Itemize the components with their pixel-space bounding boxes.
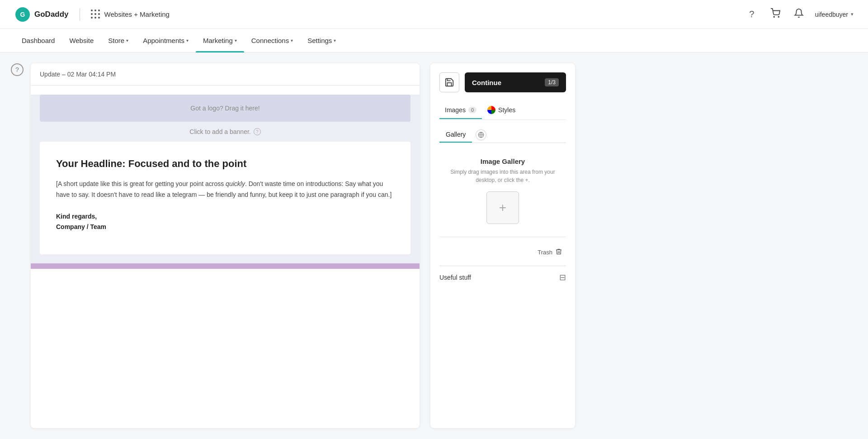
svg-point-2 [774,16,774,17]
nav-item-website[interactable]: Website [62,29,101,52]
cart-button[interactable] [768,7,783,22]
help-button[interactable]: ? [745,7,759,22]
email-body-text[interactable]: [A short update like this is great for g… [56,179,394,200]
svg-text:G: G [20,11,25,18]
nav-item-connections[interactable]: Connections ▾ [244,29,300,52]
context-help-circle[interactable]: ? [11,63,24,76]
appointments-chevron-icon: ▾ [186,38,189,43]
body-italic: quickly [226,180,245,187]
useful-stuff-section: Useful stuff ⊟ [439,266,566,282]
email-content-card[interactable]: Your Headline: Focused and to the point … [40,142,410,254]
email-editor-panel: Got a logo? Drag it here! Click to add a… [31,63,420,428]
user-chevron-icon: ▾ [851,11,854,17]
body-text-part1: [A short update like this is great for g… [56,180,226,187]
gallery-area: Image Gallery Simply drag images into th… [439,150,566,228]
nav-settings-label: Settings [307,37,332,44]
nav-item-store[interactable]: Store ▾ [101,29,136,52]
save-icon [444,77,454,87]
connections-chevron-icon: ▾ [291,38,293,43]
tab-styles[interactable]: Styles [482,101,521,119]
help-icon: ? [749,9,754,19]
top-header: G GoDaddy Websites + Marketing ? [0,0,868,29]
nav-item-appointments[interactable]: Appointments ▾ [136,29,196,52]
trash-label: Trash [538,249,552,256]
nav-connections-label: Connections [251,37,289,44]
images-badge: 0 [468,107,476,113]
styles-color-icon [487,106,495,114]
notifications-button[interactable] [792,7,806,22]
banner-area[interactable]: Click to add a banner. ? [31,122,420,142]
continue-button[interactable]: Continue 1/3 [465,72,566,92]
nav-item-settings[interactable]: Settings ▾ [300,29,343,52]
subject-input[interactable] [40,71,410,78]
gallery-subtitle: Simply drag images into this area from y… [439,168,566,184]
nav-marketing-label: Marketing [203,37,233,44]
nav-store-label: Store [108,37,124,44]
gallery-divider [439,237,566,237]
marketing-chevron-icon: ▾ [235,38,237,43]
tab-images-label: Images [445,106,466,114]
user-name-label: uifeedbuyer [815,11,848,18]
trash-button[interactable]: Trash [534,246,566,258]
gallery-add-button[interactable]: + [486,191,519,224]
logo-drag-label: Got a logo? Drag it here! [190,105,259,112]
email-footer-bar [31,263,420,269]
globe-subtab-icon[interactable] [476,129,486,140]
subtab-gallery-label: Gallery [446,131,466,138]
main-content: ? Got a logo? Drag it here! Click to add… [0,52,868,439]
signature-line1: Kind regards, [56,211,394,222]
nav-item-marketing[interactable]: Marketing ▾ [196,29,244,52]
bell-icon [794,8,804,20]
logo-divider [80,8,80,21]
cart-icon [770,8,780,20]
continue-badge: 1/3 [545,78,559,86]
user-menu-button[interactable]: uifeedbuyer ▾ [815,11,854,18]
app-name-label: Websites + Marketing [104,10,170,18]
godaddy-logo-icon: G [14,6,31,23]
useful-stuff-label: Useful stuff [439,274,471,281]
email-signature: Kind regards, Company / Team [56,211,394,233]
nav-dashboard-label: Dashboard [22,37,55,44]
subject-line-area [31,63,420,86]
right-panel-top: Continue 1/3 [439,72,566,92]
panel-tabs: Images 0 Styles [439,101,566,120]
dots-grid-icon [91,10,101,19]
logo-text: GoDaddy [34,10,69,19]
banner-label: Click to add a banner. [189,128,250,135]
header-app-name[interactable]: Websites + Marketing [91,10,170,19]
email-body: Got a logo? Drag it here! Click to add a… [31,95,420,269]
nav-appointments-label: Appointments [143,37,184,44]
panel-subtabs: Gallery [439,127,566,143]
header-right: ? uifeedbuyer ▾ [745,7,854,22]
right-panel: Continue 1/3 Images 0 Styles Gallery [430,63,575,428]
banner-help-icon: ? [254,128,261,135]
useful-stuff-collapse-button[interactable]: ⊟ [559,272,566,282]
collapse-icon: ⊟ [559,273,566,282]
gallery-add-icon: + [499,201,506,214]
nav-website-label: Website [69,37,94,44]
logo-drag-area[interactable]: Got a logo? Drag it here! [40,95,410,122]
store-chevron-icon: ▾ [126,38,128,43]
continue-label: Continue [472,79,501,86]
trash-icon [555,248,562,257]
main-nav: Dashboard Website Store ▾ Appointments ▾… [0,29,868,52]
header-left: G GoDaddy Websites + Marketing [14,6,170,23]
email-headline[interactable]: Your Headline: Focused and to the point [56,158,394,170]
trash-area: Trash [439,246,566,258]
save-button[interactable] [439,72,459,92]
logo-area[interactable]: G GoDaddy [14,6,69,23]
tab-images[interactable]: Images 0 [439,102,482,119]
tab-styles-label: Styles [498,106,515,114]
subtab-gallery[interactable]: Gallery [439,127,472,143]
svg-point-3 [778,16,779,17]
nav-item-dashboard[interactable]: Dashboard [14,29,62,52]
context-help-icon: ? [15,66,19,73]
gallery-title: Image Gallery [439,157,566,165]
signature-line2: Company / Team [56,222,394,233]
settings-chevron-icon: ▾ [334,38,336,43]
